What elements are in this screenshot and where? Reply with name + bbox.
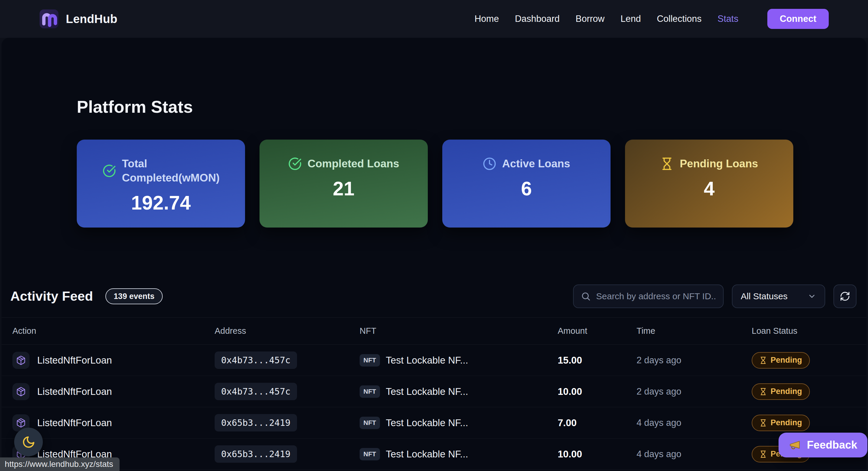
page-title: Platform Stats (77, 97, 193, 117)
stat-cards: Total Completed(wMON) 192.74 Completed L… (77, 139, 793, 227)
col-time: Time (637, 326, 752, 336)
brand[interactable]: LendHub (39, 9, 118, 29)
address-chip: 0x4b73...457c (215, 351, 297, 369)
table-header: Action Address NFT Amount Time Loan Stat… (1, 317, 867, 345)
stat-card-label: Completed Loans (308, 157, 399, 171)
time-value: 2 days ago (637, 386, 752, 397)
feedback-button[interactable]: Feedback (779, 433, 867, 458)
megaphone-icon (788, 439, 802, 451)
col-address: Address (215, 326, 360, 336)
nft-badge: NFT (360, 385, 380, 398)
col-amount: Amount (558, 326, 637, 336)
nav-item-lend[interactable]: Lend (621, 13, 641, 24)
hourglass-icon (760, 388, 767, 396)
nav-item-borrow[interactable]: Borrow (576, 13, 604, 24)
status-filter-select[interactable]: All Statuses (732, 284, 825, 308)
address-chip: 0x65b3...2419 (215, 414, 297, 432)
check-circle-icon (102, 164, 116, 178)
chevron-down-icon (807, 292, 816, 301)
refresh-icon (840, 291, 850, 302)
moon-icon (22, 435, 35, 449)
nft-name: Test Lockable NF... (386, 448, 468, 460)
stat-card-completed-loans: Completed Loans 21 (259, 139, 428, 227)
nft-name: Test Lockable NF... (386, 386, 468, 397)
action-label: ListedNftForLoan (37, 417, 112, 429)
status-label: Pending (771, 418, 802, 427)
refresh-button[interactable] (833, 284, 857, 308)
search-box[interactable] (573, 284, 724, 308)
col-action: Action (12, 326, 215, 336)
search-icon (581, 291, 591, 301)
action-label: ListedNftForLoan (37, 386, 112, 397)
amount-value: 15.00 (558, 355, 637, 366)
table-row[interactable]: ListedNftForLoan 0x4b73...457c NFT Test … (1, 345, 867, 376)
amount-value: 10.00 (558, 448, 637, 460)
clock-icon (483, 157, 496, 170)
stat-card-total-completed: Total Completed(wMON) 192.74 (77, 139, 245, 227)
status-label: Pending (771, 356, 802, 365)
status-badge: Pending (752, 383, 810, 400)
main-panel: Platform Stats Total Completed(wMON) 192… (1, 38, 867, 471)
nav-item-collections[interactable]: Collections (657, 13, 702, 24)
time-value: 2 days ago (637, 355, 752, 366)
stat-card-label: Pending Loans (680, 157, 758, 171)
connect-button[interactable]: Connect (767, 9, 829, 29)
dark-mode-toggle[interactable] (14, 428, 43, 456)
lendhub-logo-icon (39, 9, 59, 29)
feedback-label: Feedback (807, 439, 857, 451)
nft-badge: NFT (360, 448, 380, 460)
stat-card-label: Total Completed(wMON) (122, 157, 219, 185)
address-chip: 0x65b3...2419 (215, 445, 297, 463)
nav-item-dashboard[interactable]: Dashboard (515, 13, 560, 24)
feed-controls: All Statuses (573, 284, 857, 308)
table-row[interactable]: RepaidLoan 0x4b73...457c NFT - - 7 days … (1, 470, 867, 471)
nav: Home Dashboard Borrow Lend Collections S… (474, 9, 829, 29)
table-row[interactable]: ListedNftForLoan 0x4b73...457c NFT Test … (1, 376, 867, 407)
events-count-badge: 139 events (105, 288, 163, 304)
stat-card-value: 192.74 (131, 191, 191, 214)
navbar: LendHub Home Dashboard Borrow Lend Colle… (0, 0, 868, 38)
nft-name: Test Lockable NF... (386, 355, 468, 366)
table-row[interactable]: ListedNftForLoan 0x65b3...2419 NFT Test … (1, 439, 867, 470)
time-value: 4 days ago (637, 449, 752, 460)
amount-value: 10.00 (558, 386, 637, 397)
col-nft: NFT (360, 326, 558, 336)
col-loan-status: Loan Status (752, 326, 858, 336)
hourglass-icon (760, 450, 767, 458)
stat-card-active-loans: Active Loans 6 (442, 139, 611, 227)
status-badge: Pending (752, 415, 810, 431)
status-label: Pending (771, 387, 802, 396)
stat-card-value: 6 (521, 177, 532, 200)
nft-name: Test Lockable NF... (386, 417, 468, 429)
stat-card-value: 21 (333, 177, 354, 200)
status-url-tooltip: https://www.lendhub.xyz/stats (0, 458, 120, 471)
nft-badge: NFT (360, 417, 380, 429)
amount-value: 7.00 (558, 417, 637, 429)
package-icon (12, 352, 30, 369)
status-badge: Pending (752, 352, 810, 369)
hourglass-icon (760, 356, 767, 364)
stat-card-label: Active Loans (502, 157, 570, 171)
package-icon (12, 383, 30, 400)
stat-card-pending-loans: Pending Loans 4 (625, 139, 793, 227)
stat-card-value: 4 (704, 177, 715, 200)
brand-name: LendHub (66, 12, 118, 26)
time-value: 4 days ago (637, 417, 752, 428)
status-filter-value: All Statuses (741, 291, 787, 301)
table-row[interactable]: ListedNftForLoan 0x65b3...2419 NFT Test … (1, 407, 867, 439)
hourglass-icon (660, 157, 674, 170)
hourglass-icon (760, 419, 767, 427)
action-label: ListedNftForLoan (37, 355, 112, 366)
activity-table: Action Address NFT Amount Time Loan Stat… (1, 317, 867, 471)
nav-item-home[interactable]: Home (474, 13, 499, 24)
activity-feed-header: Activity Feed 139 events All Statuses (10, 284, 857, 308)
address-chip: 0x4b73...457c (215, 383, 297, 400)
search-input[interactable] (596, 291, 716, 301)
check-circle-icon (288, 157, 302, 170)
table-body: ListedNftForLoan 0x4b73...457c NFT Test … (1, 345, 867, 471)
nft-badge: NFT (360, 354, 380, 367)
activity-feed-title: Activity Feed (10, 289, 93, 304)
nav-item-stats[interactable]: Stats (717, 13, 738, 24)
